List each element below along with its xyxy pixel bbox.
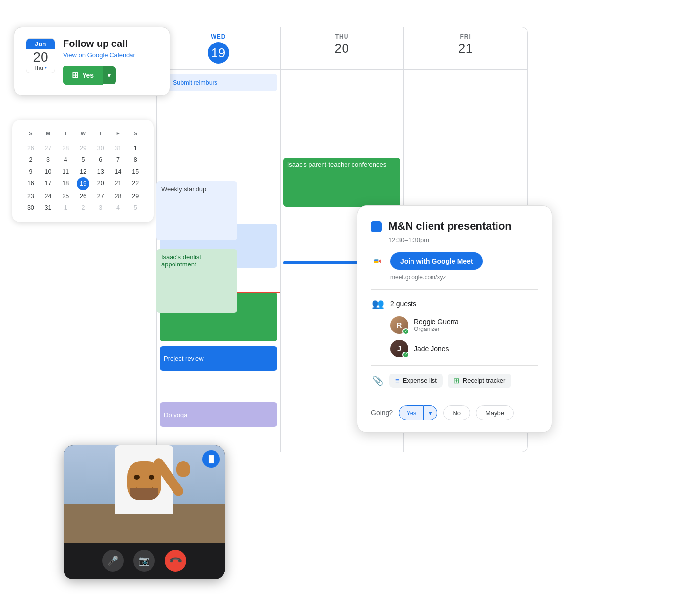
- calendar-icon: Jan 20 Thu: [26, 38, 55, 73]
- yes-button[interactable]: Yes: [63, 66, 103, 85]
- audio-level-icon: ▐▌: [202, 450, 220, 468]
- detail-meet-row: Join with Google Meet: [371, 252, 538, 270]
- guest-jade: J ✓ Jade Jones: [390, 340, 538, 357]
- going-yes-button[interactable]: Yes: [399, 405, 424, 420]
- cal-icon-day: 20: [26, 49, 55, 65]
- event-title-section: Follow up call View on Google Calendar Y…: [63, 38, 158, 85]
- event-project[interactable]: Project review: [160, 346, 277, 371]
- guest-jade-avatar: J ✓: [390, 340, 408, 357]
- detail-header: M&N client presentation: [371, 220, 538, 233]
- event-standup[interactable]: Weekly standup: [156, 181, 237, 240]
- attachment-receipt[interactable]: ⊞ Receipt tracker: [448, 374, 511, 388]
- guests-icon: 👥: [371, 298, 385, 309]
- mc-tue: T: [57, 129, 74, 138]
- going-yes-arrow-button[interactable]: ▾: [424, 405, 437, 420]
- fri-label: FRI: [460, 33, 471, 40]
- going-row: Going? Yes ▾ No Maybe: [371, 405, 538, 420]
- video-person: ▐▌: [64, 445, 225, 543]
- mini-calendar: S M T W T F S 26 27 28 29 30 31 1 2 3 4 …: [12, 120, 154, 222]
- camera-button[interactable]: 📷: [133, 550, 155, 572]
- wed-label: WED: [211, 33, 226, 40]
- google-meet-logo: [371, 254, 385, 268]
- detail-time: 12:30–1:30pm: [389, 236, 538, 243]
- mc-wed: W: [74, 129, 92, 138]
- guest-reggie-avatar: R ✓: [390, 316, 408, 334]
- fri-num: 21: [404, 41, 527, 56]
- event-dentist[interactable]: Isaac's dentist appointment: [156, 249, 237, 313]
- mc-row-4: 16 17 18 19 20 21 22: [22, 177, 144, 190]
- beard: [130, 488, 158, 500]
- meet-url: meet.google.com/xyz: [390, 274, 538, 281]
- guest-reggie-info: Reggie Guerra Organizer: [414, 318, 459, 332]
- divider-3: [371, 397, 538, 397]
- event-project-title: Project review: [164, 355, 204, 362]
- header-thu: THU 20: [281, 27, 404, 69]
- event-yoga[interactable]: Do yoga: [160, 402, 277, 427]
- divider-1: [371, 289, 538, 290]
- going-label: Going?: [371, 409, 393, 417]
- attachments-row: 📎 ≡ Expense list ⊞ Receipt tracker: [371, 374, 538, 388]
- yes-dropdown-button[interactable]: ▾: [103, 66, 116, 84]
- hand-raised: [176, 461, 190, 477]
- video-controls: 🎤 📷 📞: [64, 543, 225, 579]
- mic-icon: 🎤: [108, 555, 118, 566]
- guest-reggie: R ✓ Reggie Guerra Organizer: [390, 316, 538, 334]
- eye-left: [134, 475, 140, 480]
- wed-num: 19: [208, 42, 229, 64]
- event-card-date-row: Jan 20 Thu Follow up call View on Google…: [26, 38, 158, 85]
- attachment-receipt-label: Receipt tracker: [463, 377, 505, 384]
- cam-icon: 📷: [139, 555, 150, 566]
- video-frame: ▐▌: [64, 445, 225, 543]
- guests-count: 2 guests: [390, 300, 416, 308]
- view-gcal-link[interactable]: View on Google Calendar: [63, 51, 158, 59]
- guest-jade-name: Jade Jones: [414, 345, 449, 352]
- event-detail-panel: M&N client presentation 12:30–1:30pm Joi…: [357, 205, 552, 433]
- attachment-expense[interactable]: ≡ Expense list: [389, 374, 443, 388]
- guests-row: 👥 2 guests: [371, 298, 538, 309]
- guest-reggie-role: Organizer: [414, 326, 459, 332]
- header-fri: FRI 21: [404, 27, 527, 69]
- event-dentist-title: Isaac's dentist appointment: [161, 253, 201, 268]
- docs-icon: ≡: [395, 376, 400, 385]
- guest-reggie-check: ✓: [402, 328, 409, 335]
- mc-row-5: 23 24 25 26 27 28 29: [22, 190, 144, 202]
- thu-num: 20: [281, 41, 404, 56]
- event-parent-teacher[interactable]: Isaac's parent-teacher conferences: [283, 158, 401, 207]
- end-call-icon: 📞: [168, 553, 183, 568]
- video-call-card: ▐▌ 🎤 📷 📞: [64, 445, 225, 579]
- event-standup-title: Weekly standup: [161, 185, 206, 193]
- event-submit-title: Submit reimburs: [173, 79, 217, 86]
- attachment-icon: 📎: [371, 375, 385, 386]
- mc-today[interactable]: 19: [77, 177, 89, 190]
- attachment-expense-label: Expense list: [403, 377, 437, 384]
- mc-row-3: 9 10 11 12 13 14 15: [22, 166, 144, 177]
- join-meet-button[interactable]: Join with Google Meet: [390, 252, 483, 270]
- mini-cal-header: S M T W T F S: [22, 129, 144, 138]
- guest-reggie-name: Reggie Guerra: [414, 318, 459, 326]
- event-submit[interactable]: ☑ Submit reimburs: [160, 74, 277, 91]
- guest-jade-check: ✓: [402, 352, 409, 358]
- cal-icon-month: Jan: [26, 39, 55, 49]
- event-yoga-title: Do yoga: [164, 411, 187, 418]
- sheets-icon: ⊞: [454, 376, 460, 385]
- going-maybe-button[interactable]: Maybe: [476, 405, 514, 420]
- going-yes-group: Yes ▾: [399, 405, 437, 420]
- cal-icon-dow: Thu: [26, 65, 55, 73]
- mc-row-2: 2 3 4 5 6 7 8: [22, 154, 144, 166]
- header-wed: WED 19: [157, 27, 281, 69]
- going-no-button[interactable]: No: [443, 405, 470, 420]
- mc-row-1: 26 27 28 29 30 31 1: [22, 142, 144, 154]
- detail-title: M&N client presentation: [389, 220, 512, 233]
- mc-mon: M: [40, 129, 57, 138]
- end-call-button[interactable]: 📞: [165, 550, 186, 572]
- event-card: Jan 20 Thu Follow up call View on Google…: [14, 27, 170, 96]
- event-parent-teacher-title: Isaac's parent-teacher conferences: [287, 161, 387, 168]
- detail-color-dot: [371, 221, 382, 232]
- yes-button-group: Yes ▾: [63, 66, 158, 85]
- mic-button[interactable]: 🎤: [102, 550, 124, 572]
- thu-label: THU: [335, 33, 349, 40]
- mc-thu: T: [92, 129, 109, 138]
- mc-fri: F: [109, 129, 127, 138]
- mc-sun: S: [22, 129, 40, 138]
- mc-row-6: 30 31 1 2 3 4 5: [22, 202, 144, 214]
